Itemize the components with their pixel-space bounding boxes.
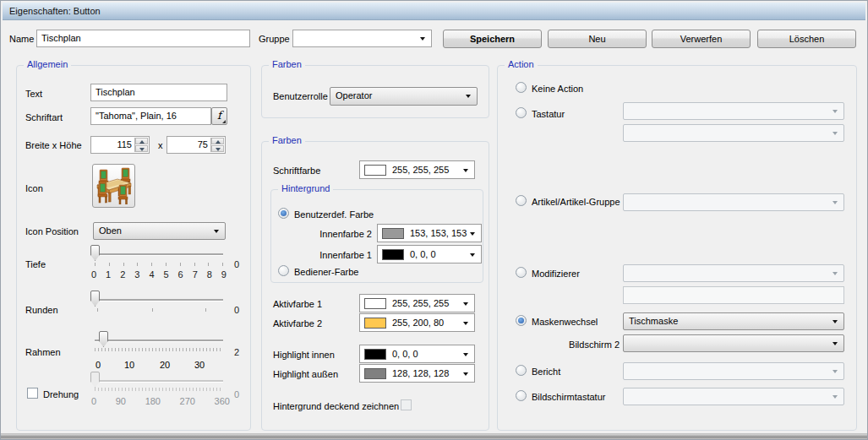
gruppe-label: Gruppe <box>259 34 290 44</box>
bildschirm2-combobox[interactable] <box>623 334 844 352</box>
bildschirmtastatur-label: Bildschirmtastatur <box>532 392 605 402</box>
chevron-down-icon <box>470 232 475 236</box>
bediener-farbe-radio[interactable] <box>278 265 289 276</box>
allgemein-group: Allgemein Text Tischplan Schriftart "Tah… <box>16 65 251 431</box>
icon-label: Icon <box>25 183 43 193</box>
tiefe-tick-labels: 0123456789 <box>91 269 227 280</box>
name-label: Name <box>9 34 34 44</box>
width-spin-up-icon[interactable] <box>135 138 148 144</box>
runden-slider-track[interactable] <box>95 299 223 301</box>
benutzerdef-farbe-label: Benutzerdef. Farbe <box>294 209 374 220</box>
chevron-down-icon <box>463 353 468 356</box>
highlight-innen-label: Highlight innen <box>273 350 335 360</box>
text-input[interactable]: Tischplan <box>90 84 227 101</box>
icon-position-value: Oben <box>99 225 122 236</box>
aktivfarbe2-label: Aktivfarbe 2 <box>273 318 322 329</box>
farben-group-title: Farben <box>269 135 305 145</box>
window-titlebar: Eigenschaften: Button <box>3 3 865 20</box>
name-input[interactable]: Tischplan <box>36 30 250 47</box>
highlight-aussen-swatch <box>364 368 386 379</box>
highlight-innen-value: 0, 0, 0 <box>392 349 418 359</box>
text-input-value: Tischplan <box>96 87 135 97</box>
icon-position-combobox[interactable]: Oben <box>93 222 226 240</box>
innenfarbe2-colorcombo[interactable]: 153, 153, 153 <box>377 224 482 242</box>
modifizierer-radio[interactable] <box>516 267 527 278</box>
height-spin-up-icon[interactable] <box>211 138 224 144</box>
benutzerrolle-value: Operator <box>336 90 372 100</box>
aktivfarbe2-colorcombo[interactable]: 255, 200, 80 <box>359 313 475 332</box>
height-spinner[interactable]: 75 <box>167 136 226 154</box>
benutzerdef-farbe-radio[interactable] <box>278 208 289 219</box>
aktivfarbe2-swatch <box>364 318 386 329</box>
dining-table-icon <box>96 167 133 204</box>
highlight-aussen-value: 128, 128, 128 <box>392 368 449 378</box>
width-spinner[interactable]: 115 <box>90 136 150 154</box>
highlight-innen-colorcombo[interactable]: 0, 0, 0 <box>359 345 475 363</box>
loeschen-button[interactable]: Löschen <box>757 30 856 48</box>
bildschirmtastatur-combobox <box>623 388 844 405</box>
speichern-button[interactable]: Speichern <box>443 30 542 48</box>
allgemein-group-title: Allgemein <box>24 59 71 69</box>
neu-button[interactable]: Neu <box>548 30 647 48</box>
chevron-down-icon <box>463 302 468 306</box>
bediener-farbe-label: Bediener-Farbe <box>294 267 358 277</box>
bildschirmtastatur-radio[interactable] <box>516 390 527 401</box>
highlight-innen-swatch <box>364 349 386 360</box>
modifizierer-label: Modifizierer <box>532 269 580 279</box>
width-spin-down-icon[interactable] <box>135 145 148 152</box>
innenfarbe1-colorcombo[interactable]: 0, 0, 0 <box>377 245 482 263</box>
window-bottom-edge <box>1 433 867 439</box>
rahmen-slider-ticks <box>95 348 223 351</box>
modifizierer-field <box>623 286 844 304</box>
drehung-value: 0 <box>228 389 245 399</box>
innenfarbe1-value: 0, 0, 0 <box>410 249 436 259</box>
maskenwechsel-combobox[interactable]: Tischmaske <box>623 312 844 330</box>
maskenwechsel-value: Tischmaske <box>629 316 678 326</box>
schriftart-input[interactable]: "Tahoma", Plain, 16 <box>90 107 211 125</box>
highlight-aussen-label: Highlight außen <box>273 369 338 379</box>
runden-value: 0 <box>228 305 245 315</box>
size-label: Breite x Höhe <box>25 140 82 150</box>
tastatur-radio[interactable] <box>516 107 527 118</box>
aktivfarbe1-colorcombo[interactable]: 255, 255, 255 <box>359 294 475 312</box>
size-separator: x <box>158 140 163 150</box>
action-group-title: Action <box>505 59 538 69</box>
drehung-slider-track <box>95 380 223 383</box>
height-spin-buttons <box>210 138 224 152</box>
aktivfarbe1-swatch <box>364 298 386 309</box>
rahmen-slider-track[interactable] <box>95 340 223 342</box>
highlight-aussen-colorcombo[interactable]: 128, 128, 128 <box>359 364 475 383</box>
rahmen-slider-thumb[interactable] <box>99 331 108 347</box>
artikel-radio[interactable] <box>516 195 527 206</box>
farben-rolle-group: Farben Benutzerrolle Operator <box>261 65 489 118</box>
chevron-down-icon <box>470 253 475 257</box>
tastatur-combobox-1 <box>623 102 844 120</box>
icon-picker-button[interactable] <box>92 164 135 208</box>
verwerfen-button[interactable]: Verwerfen <box>652 30 751 48</box>
chevron-down-icon <box>833 320 838 323</box>
chevron-down-icon <box>833 272 838 275</box>
runden-slider-thumb[interactable] <box>90 291 100 307</box>
chevron-down-icon <box>833 370 838 373</box>
height-spin-down-icon[interactable] <box>211 145 224 152</box>
icon-position-label: Icon Position <box>25 226 79 236</box>
bericht-radio[interactable] <box>516 365 527 376</box>
bericht-label: Bericht <box>532 367 560 377</box>
rahmen-value: 2 <box>228 347 245 357</box>
tiefe-slider-track[interactable] <box>95 253 223 256</box>
tiefe-slider-thumb[interactable] <box>90 245 100 261</box>
gruppe-combobox[interactable] <box>292 30 432 47</box>
font-picker-button[interactable]: f <box>211 107 227 125</box>
maskenwechsel-radio[interactable] <box>516 315 527 326</box>
deckend-checkbox[interactable] <box>401 399 412 410</box>
innenfarbe2-label: Innenfarbe 2 <box>315 229 372 239</box>
aktivfarbe1-label: Aktivfarbe 1 <box>273 299 322 309</box>
schriftfarbe-colorcombo[interactable]: 255, 255, 255 <box>359 160 475 179</box>
benutzerrolle-combobox[interactable]: Operator <box>330 87 478 106</box>
artikel-combobox <box>623 193 844 211</box>
bildschirm2-label: Bildschirm 2 <box>549 340 620 350</box>
chevron-down-icon <box>463 169 468 172</box>
keine-action-radio[interactable] <box>516 82 527 93</box>
drehung-slider-thumb <box>90 372 100 388</box>
drehung-checkbox[interactable] <box>27 388 38 399</box>
